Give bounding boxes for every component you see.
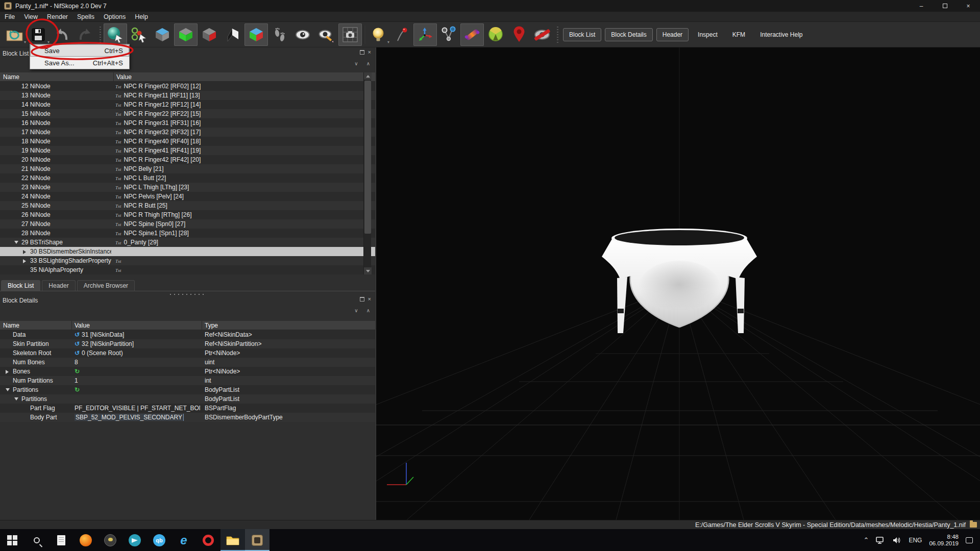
block-list-row[interactable]: 21 NiNodeTxtNPC Belly [21] <box>0 164 375 173</box>
block-details-row[interactable]: Num Partitions1int <box>0 376 375 385</box>
detail-value[interactable]: ↺32 [NiSkinPartition] <box>75 340 200 347</box>
close-button[interactable]: × <box>957 0 980 12</box>
toolbar-button-interactive-help[interactable]: Interactive Help <box>754 29 808 41</box>
block-details-row[interactable]: Data↺31 [NiSkinData]Ref<NiSkinData> <box>0 330 375 339</box>
block-list-row[interactable]: 17 NiNodeTxtNPC R Finger32 [RF32] [17] <box>0 128 375 137</box>
menu-item-save[interactable]: SaveCtrl+S <box>30 44 129 57</box>
minimize-button[interactable]: – <box>910 0 933 12</box>
scrollbar-thumb[interactable] <box>364 81 371 234</box>
plane-flip-icon[interactable] <box>221 23 244 46</box>
gimp-icon[interactable] <box>98 529 122 551</box>
block-list-row[interactable]: 12 NiNodeTxtNPC R Finger02 [RF02] [12] <box>0 82 375 91</box>
cube-blue-icon[interactable] <box>151 23 174 46</box>
block-list-row[interactable]: 27 NiNodeTxtNPC Spine [Spn0] [27] <box>0 219 375 229</box>
block-details-row[interactable]: Num Bones8uint <box>0 358 375 367</box>
tree-expander-icon[interactable] <box>23 250 26 254</box>
toolbar-button-header[interactable]: Header <box>656 28 689 41</box>
cube-red-icon[interactable] <box>198 23 221 46</box>
tree-expander-icon[interactable] <box>14 397 18 400</box>
block-details-row[interactable]: Skeleton Root↺0 (Scene Root)Ptr<NiNode> <box>0 348 375 358</box>
tray-clock[interactable]: 8:48 06.09.2019 <box>929 534 959 547</box>
vertex-pin-icon[interactable] <box>390 23 413 46</box>
detail-value[interactable]: ↺31 [NiSkinData] <box>75 331 200 338</box>
block-list-row[interactable]: 15 NiNodeTxtNPC R Finger22 [RF22] [15] <box>0 109 375 118</box>
tray-chevron-up-icon[interactable]: ⌃ <box>864 536 869 544</box>
block-list-row[interactable]: 19 NiNodeTxtNPC R Finger41 [RF41] [19] <box>0 146 375 155</box>
detail-value[interactable]: ↻ <box>75 386 200 393</box>
block-details-row[interactable]: PartitionsBodyPartList <box>0 394 375 404</box>
clock-pie-icon[interactable] <box>484 23 507 46</box>
block-details-row[interactable]: Body PartSBP_52_MOD_PELVIS_SECONDARYBSDi… <box>0 413 375 422</box>
menu-spells[interactable]: Spells <box>72 12 99 21</box>
start-button[interactable] <box>0 529 24 551</box>
orbit-sphere-icon[interactable] <box>104 23 127 46</box>
undo-icon[interactable] <box>50 23 74 46</box>
block-list-row[interactable]: 23 NiNodeTxtNPC L Thigh [LThg] [23] <box>0 183 375 192</box>
detail-value[interactable]: 1 <box>75 377 200 384</box>
open-folder-icon[interactable]: ▾ <box>3 23 27 46</box>
menu-file[interactable]: File <box>0 12 19 21</box>
menu-item-save-as-[interactable]: Save As...Ctrl+Alt+S <box>30 57 129 69</box>
telegram-icon[interactable] <box>122 529 147 551</box>
block-list-row[interactable]: 30 BSDismemberSkinInstance <box>0 247 375 256</box>
menu-options[interactable]: Options <box>99 12 130 21</box>
detail-value[interactable]: PF_EDITOR_VISIBLE | PF_START_NET_BONESET <box>75 405 200 412</box>
block-list-row[interactable]: 24 NiNodeTxtNPC Pelvis [Pelv] [24] <box>0 192 375 201</box>
tab-block-list[interactable]: Block List <box>1 280 40 291</box>
block-list-row[interactable]: 14 NiNodeTxtNPC R Finger12 [RF12] [14] <box>0 100 375 109</box>
menu-render[interactable]: Render <box>42 12 72 21</box>
block-details-row[interactable]: Part FlagPF_EDITOR_VISIBLE | PF_START_NE… <box>0 404 375 413</box>
toolbar-button-kfm[interactable]: KFM <box>727 29 751 41</box>
maximize-button[interactable] <box>933 0 957 12</box>
eye-hidden-icon[interactable] <box>531 23 554 46</box>
chevron-down-icon[interactable]: ∨ <box>354 61 358 66</box>
tree-expander-icon[interactable] <box>14 241 18 244</box>
notepad-icon[interactable] <box>49 529 74 551</box>
chevron-down-icon[interactable]: ∨ <box>354 308 358 313</box>
firefox-icon[interactable] <box>74 529 98 551</box>
column-header-value[interactable]: Value <box>75 322 90 329</box>
action-center-icon[interactable] <box>966 537 973 543</box>
search-icon[interactable] <box>24 529 49 551</box>
tree-expander-icon[interactable] <box>23 259 26 263</box>
toolbar-button-block-list[interactable]: Block List <box>563 28 601 41</box>
block-details-row[interactable]: Partitions↻BodyPartList <box>0 385 375 394</box>
dock-float-icon[interactable] <box>360 50 364 55</box>
chevron-up-icon[interactable]: ∧ <box>366 308 370 313</box>
internet-explorer-icon[interactable]: e <box>172 529 196 551</box>
map-pin-icon[interactable] <box>507 23 531 46</box>
dock-close-icon[interactable]: × <box>368 297 371 302</box>
block-list-row[interactable]: 33 BSLightingShaderPropertyTxt <box>0 256 375 265</box>
detail-value[interactable]: SBP_52_MOD_PELVIS_SECONDARY <box>75 414 200 421</box>
block-list-row[interactable]: 25 NiNodeTxtNPC R Butt [25] <box>0 201 375 210</box>
scrollbar-up-arrow[interactable] <box>364 72 372 80</box>
tab-header[interactable]: Header <box>42 280 75 291</box>
column-header-name[interactable]: Name <box>3 322 19 329</box>
block-details-row[interactable]: Skin Partition↺32 [NiSkinPartition]Ref<N… <box>0 339 375 348</box>
nifskope-taskbar-icon[interactable] <box>245 529 270 551</box>
language-indicator[interactable]: ENG <box>909 537 922 544</box>
viewport-3d[interactable] <box>376 47 980 520</box>
dock-float-icon[interactable] <box>360 297 364 302</box>
cube-multicolor-icon[interactable] <box>244 23 268 46</box>
block-list-row[interactable]: 28 NiNodeTxtNPC Spine1 [Spn1] [28] <box>0 229 375 238</box>
menu-help[interactable]: Help <box>130 12 153 21</box>
toolbar-button-block-details[interactable]: Block Details <box>605 28 652 41</box>
vertex-select-icon[interactable] <box>127 23 151 46</box>
file-explorer-icon[interactable] <box>220 529 245 551</box>
opera-icon[interactable] <box>196 529 220 551</box>
volume-icon[interactable] <box>892 537 901 544</box>
bone-heat-icon[interactable] <box>460 23 484 46</box>
block-list-scrollbar[interactable] <box>363 72 371 274</box>
scrollbar-down-arrow[interactable] <box>364 267 372 274</box>
camera-grid-icon[interactable] <box>338 23 362 46</box>
tree-expander-icon[interactable] <box>6 370 9 374</box>
footprints-icon[interactable] <box>268 23 291 46</box>
block-list-row[interactable]: 29 BSTriShapeTxt0_Panty [29] <box>0 238 375 247</box>
block-list-row[interactable]: 18 NiNodeTxtNPC R Finger40 [RF40] [18] <box>0 137 375 146</box>
block-list-row[interactable]: 20 NiNodeTxtNPC R Finger42 [RF42] [20] <box>0 155 375 164</box>
axes-icon[interactable] <box>413 23 437 46</box>
column-header-type[interactable]: Type <box>205 322 218 329</box>
cube-green-icon[interactable] <box>174 23 198 46</box>
bone-joints-icon[interactable] <box>437 23 460 46</box>
